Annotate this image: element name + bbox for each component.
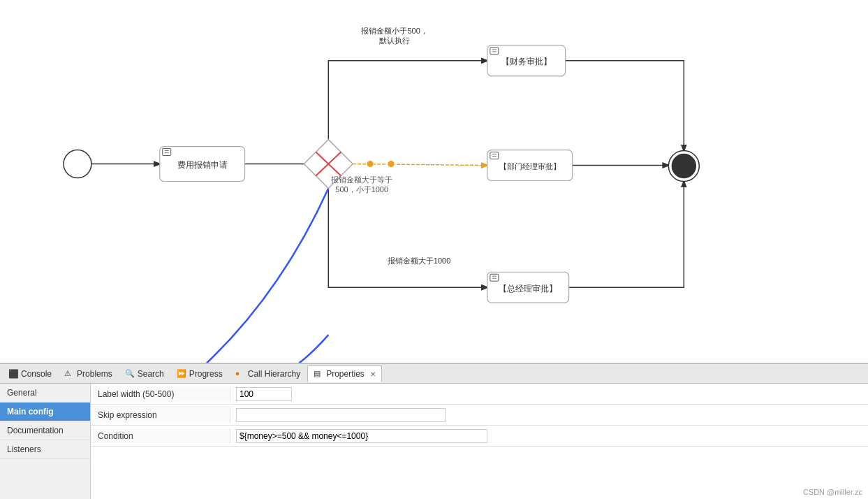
start-event[interactable] (64, 150, 91, 178)
progress-icon: ⏩ (177, 369, 186, 379)
console-icon: ⬛ (8, 369, 18, 379)
sidebar-item-documentation[interactable]: Documentation (0, 421, 90, 440)
svg-point-13 (388, 161, 395, 168)
csdn-watermark: CSDN @miller.zc (803, 488, 862, 496)
sidebar-item-general[interactable]: General (0, 384, 90, 403)
svg-text:报销金额大于1000: 报销金额大于1000 (387, 256, 450, 265)
diagram-canvas: 费用报销申请 【财务审批】 【部门经理审批】 【总经理审批】 报销金额小于500… (0, 0, 868, 363)
svg-text:默认执行: 默认执行 (378, 36, 410, 45)
prop-label-label-width: Label width (50-500) (91, 386, 230, 402)
svg-text:【部门经理审批】: 【部门经理审批】 (499, 162, 561, 171)
tab-console[interactable]: ⬛ Console (3, 366, 57, 382)
prop-row-condition: Condition (91, 426, 868, 447)
hierarchy-icon: ● (235, 369, 245, 379)
svg-text:【财务审批】: 【财务审批】 (501, 57, 552, 66)
svg-text:费用报销申请: 费用报销申请 (177, 160, 228, 170)
properties-content: General Main config Documentation Listen… (0, 384, 868, 499)
svg-point-30 (672, 154, 696, 178)
sidebar-item-listeners[interactable]: Listeners (0, 440, 90, 459)
prop-row-label-width: Label width (50-500) (91, 384, 868, 405)
prop-row-skip-expression: Skip expression (91, 405, 868, 426)
condition-input[interactable] (236, 429, 487, 443)
label-width-input[interactable] (236, 387, 292, 401)
svg-text:报销金额小于500，: 报销金额小于500， (360, 27, 427, 35)
sidebar-item-main-config[interactable]: Main config (0, 403, 90, 421)
props-sidebar: General Main config Documentation Listen… (0, 384, 91, 499)
svg-text:【总经理审批】: 【总经理审批】 (499, 284, 557, 294)
tab-search[interactable]: 🔍 Search (119, 366, 170, 382)
problems-icon: ⚠ (64, 369, 74, 379)
prop-value-label-width[interactable] (230, 384, 868, 404)
prop-label-skip-expression: Skip expression (91, 407, 230, 423)
tab-properties[interactable]: ▤ Properties ✕ (307, 366, 382, 382)
tab-bar: ⬛ Console ⚠ Problems 🔍 Search ⏩ Progress… (0, 364, 868, 384)
prop-value-skip-expression[interactable] (230, 405, 868, 425)
properties-icon: ▤ (314, 369, 323, 379)
svg-point-12 (367, 161, 374, 168)
tab-progress[interactable]: ⏩ Progress (171, 366, 228, 382)
prop-value-condition[interactable] (230, 426, 868, 446)
bottom-panel: ⬛ Console ⚠ Problems 🔍 Search ⏩ Progress… (0, 363, 868, 499)
tab-problems[interactable]: ⚠ Problems (59, 366, 118, 382)
skip-expression-input[interactable] (236, 408, 446, 422)
search-icon: 🔍 (125, 369, 135, 379)
props-main: Label width (50-500) Skip expression Con… (91, 384, 868, 499)
close-icon[interactable]: ✕ (370, 370, 376, 378)
svg-text:报销金额大于等于: 报销金额大于等于 (330, 175, 392, 184)
prop-label-condition: Condition (91, 428, 230, 444)
tab-call-hierarchy[interactable]: ● Call Hierarchy (230, 366, 306, 382)
svg-text:500，小于1000: 500，小于1000 (335, 185, 388, 194)
